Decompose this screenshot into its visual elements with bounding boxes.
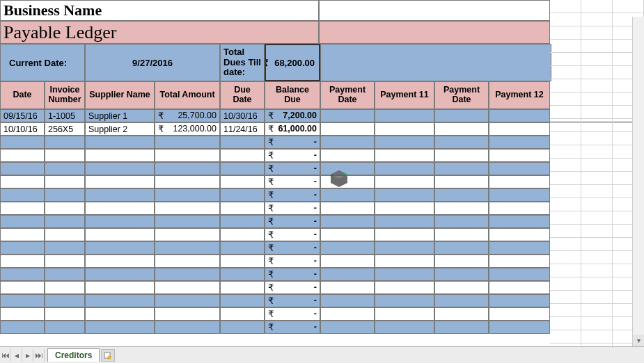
cell-supplier[interactable]: Supplier 2 xyxy=(85,122,155,136)
cell-total-amount[interactable] xyxy=(155,136,220,149)
cell-date[interactable] xyxy=(0,202,45,215)
cell-invoice[interactable] xyxy=(45,281,85,294)
cell-payment-date[interactable] xyxy=(320,307,375,321)
cell-date[interactable]: 10/10/16 xyxy=(0,122,45,136)
cell-payment-12[interactable] xyxy=(489,122,550,136)
cell-total-amount[interactable] xyxy=(155,215,220,228)
tab-nav-last-icon[interactable]: ⏭ xyxy=(33,349,45,362)
ledger-title-cell[interactable]: Payable Ledger xyxy=(0,21,319,44)
cell-payment-date-2[interactable] xyxy=(434,202,489,215)
header-supplier[interactable]: Supplier Name xyxy=(85,81,155,109)
cell-payment-date[interactable] xyxy=(320,255,375,268)
cell-total-amount[interactable] xyxy=(155,162,220,175)
tab-nav-prev-icon[interactable]: ◂ xyxy=(11,349,22,362)
cell-payment-11[interactable] xyxy=(375,215,434,228)
cell-invoice[interactable] xyxy=(45,268,85,281)
cell-total-amount[interactable] xyxy=(155,268,220,281)
cell-payment-date[interactable] xyxy=(320,268,375,281)
cell-payment-date[interactable] xyxy=(320,281,375,294)
cell-payment-date-2[interactable] xyxy=(434,294,489,307)
cell-date[interactable] xyxy=(0,255,45,268)
cell-due-date[interactable] xyxy=(220,281,265,294)
cell-payment-date[interactable] xyxy=(320,149,375,162)
cell-payment-date[interactable] xyxy=(320,175,375,188)
cell-payment-12[interactable] xyxy=(489,307,550,321)
cell-payment-12[interactable] xyxy=(489,149,550,162)
cell-supplier[interactable] xyxy=(85,162,155,175)
cell-total-amount[interactable] xyxy=(155,202,220,215)
cell-due-date[interactable] xyxy=(220,268,265,281)
cell-payment-12[interactable] xyxy=(489,294,550,307)
cell-payment-date-2[interactable] xyxy=(434,321,489,334)
cell-date[interactable] xyxy=(0,268,45,281)
cell-supplier[interactable] xyxy=(85,136,155,149)
cell-date[interactable] xyxy=(0,281,45,294)
cell-payment-11[interactable] xyxy=(375,268,434,281)
cell-invoice[interactable] xyxy=(45,175,85,188)
vertical-scrollbar[interactable]: ▾ xyxy=(632,17,644,346)
cell-due-date[interactable]: 11/24/16 xyxy=(220,122,265,136)
cell-payment-date[interactable] xyxy=(320,321,375,334)
cell-payment-11[interactable] xyxy=(375,202,434,215)
cell-payment-date[interactable] xyxy=(320,109,375,122)
cell-payment-11[interactable] xyxy=(375,228,434,241)
cell-invoice[interactable] xyxy=(45,149,85,162)
cell-date[interactable] xyxy=(0,175,45,188)
cell-balance-due[interactable]: ₹- xyxy=(265,294,320,307)
sheet-tab-creditors[interactable]: Creditors xyxy=(47,348,100,362)
cell-due-date[interactable] xyxy=(220,215,265,228)
cell-payment-date-2[interactable] xyxy=(434,162,489,175)
cell-invoice[interactable] xyxy=(45,321,85,334)
cell-invoice[interactable] xyxy=(45,188,85,202)
blank-cell[interactable] xyxy=(320,44,551,81)
cell-due-date[interactable] xyxy=(220,241,265,255)
cell-supplier[interactable] xyxy=(85,307,155,321)
cell-payment-11[interactable] xyxy=(375,162,434,175)
cell-payment-11[interactable] xyxy=(375,307,434,321)
cell-total-amount[interactable]: ₹123,000.00 xyxy=(155,122,220,136)
cell-date[interactable] xyxy=(0,241,45,255)
cell-payment-date-2[interactable] xyxy=(434,268,489,281)
cell-date[interactable] xyxy=(0,149,45,162)
cell-payment-12[interactable] xyxy=(489,162,550,175)
spreadsheet-area[interactable]: Business Name Payable Ledger Current Dat… xyxy=(0,0,644,334)
cell-payment-11[interactable] xyxy=(375,122,434,136)
new-sheet-button[interactable] xyxy=(101,349,115,362)
cell-payment-date-2[interactable] xyxy=(434,136,489,149)
cell-payment-11[interactable] xyxy=(375,321,434,334)
cell-payment-date-2[interactable] xyxy=(434,109,489,122)
cell-due-date[interactable]: 10/30/16 xyxy=(220,109,265,122)
cell-payment-12[interactable] xyxy=(489,136,550,149)
cell-date[interactable] xyxy=(0,162,45,175)
cell-total-amount[interactable] xyxy=(155,307,220,321)
blank-cell[interactable] xyxy=(319,0,550,21)
cell-payment-date-2[interactable] xyxy=(434,307,489,321)
cell-payment-date-2[interactable] xyxy=(434,188,489,202)
cell-payment-date-2[interactable] xyxy=(434,175,489,188)
cell-payment-date-2[interactable] xyxy=(434,255,489,268)
cell-payment-12[interactable] xyxy=(489,255,550,268)
cell-payment-12[interactable] xyxy=(489,321,550,334)
cell-payment-date-2[interactable] xyxy=(434,215,489,228)
cell-total-amount[interactable] xyxy=(155,294,220,307)
cell-payment-date-2[interactable] xyxy=(434,241,489,255)
cell-payment-date[interactable] xyxy=(320,202,375,215)
cell-date[interactable] xyxy=(0,294,45,307)
cell-payment-12[interactable] xyxy=(489,188,550,202)
cell-payment-12[interactable] xyxy=(489,228,550,241)
cell-payment-date-2[interactable] xyxy=(434,228,489,241)
cell-supplier[interactable] xyxy=(85,175,155,188)
cell-supplier[interactable] xyxy=(85,228,155,241)
cell-due-date[interactable] xyxy=(220,202,265,215)
cell-payment-date[interactable] xyxy=(320,228,375,241)
cell-total-amount[interactable] xyxy=(155,281,220,294)
cell-due-date[interactable] xyxy=(220,294,265,307)
header-total-amount[interactable]: Total Amount xyxy=(155,81,220,109)
cell-invoice[interactable] xyxy=(45,307,85,321)
cell-supplier[interactable] xyxy=(85,321,155,334)
cell-supplier[interactable] xyxy=(85,215,155,228)
cell-payment-12[interactable] xyxy=(489,175,550,188)
cell-payment-date[interactable] xyxy=(320,162,375,175)
cell-payment-date[interactable] xyxy=(320,294,375,307)
cell-invoice[interactable] xyxy=(45,215,85,228)
